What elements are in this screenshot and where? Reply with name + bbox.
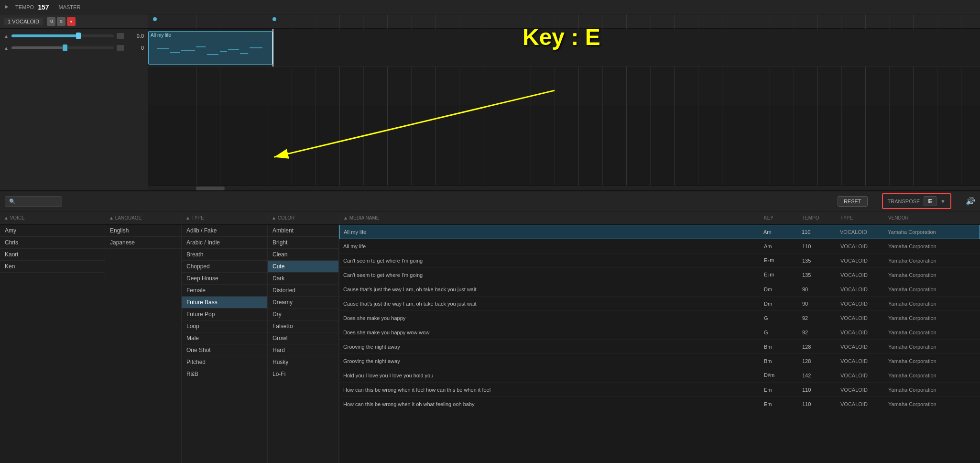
voice-col-header[interactable]: ▲ VOICE [0, 215, 105, 220]
media-cell-vendor-11: Yamaha Corporation [884, 387, 980, 393]
pan-thumb[interactable] [63, 44, 67, 51]
color-item-6[interactable]: Dreamy [268, 297, 338, 309]
transpose-dropdown-arrow[interactable]: ▼ [940, 198, 946, 204]
media-cell-name-3: Can't seem to get where I'm going [339, 272, 760, 278]
solo-button[interactable]: S [57, 17, 65, 26]
color-item-11[interactable]: Husky [268, 356, 338, 368]
color-item-12[interactable]: Lo-Fi [268, 368, 338, 380]
pan-value: 0 [127, 45, 144, 51]
media-cell-key-2: E♭m [760, 257, 798, 264]
media-row-8[interactable]: Grooving the night away Bm 128 VOCALOID … [339, 340, 980, 354]
color-item-8[interactable]: Falsetto [268, 320, 338, 332]
language-item-japanese[interactable]: Japanese [105, 237, 181, 249]
type-item-5[interactable]: Female [182, 285, 267, 297]
type-item-12[interactable]: R&B [182, 368, 267, 380]
media-cell-key-10: D♯m [760, 372, 798, 378]
type-item-1[interactable]: Arabic / Indie [182, 237, 267, 249]
media-row-4[interactable]: Cause that's just the way I am, oh take … [339, 282, 980, 297]
color-item-7[interactable]: Dry [268, 309, 338, 320]
voice-item-chris[interactable]: Chris [0, 237, 105, 249]
color-item-2[interactable]: Clean [268, 249, 338, 261]
type-item-9[interactable]: Male [182, 332, 267, 344]
media-cell-vendor-9: Yamaha Corporation [884, 358, 980, 364]
media-tempo-header[interactable]: TEMPO [798, 215, 837, 220]
fader-fill [11, 34, 78, 37]
media-cell-name-8: Grooving the night away [339, 344, 760, 350]
language-item-english[interactable]: English [105, 225, 181, 237]
media-row-0[interactable]: All my life Am 110 VOCALOID Yamaha Corpo… [339, 225, 980, 239]
fader-thumb[interactable] [76, 33, 81, 39]
type-item-0[interactable]: Adlib / Fake [182, 225, 267, 237]
volume-value: 0.0 [127, 33, 144, 39]
media-cell-type-9: VOCALOID [837, 358, 884, 364]
mini-note [228, 49, 239, 50]
language-col-header[interactable]: ▲ LANGUAGE [105, 215, 182, 220]
mute-button[interactable]: M [47, 17, 55, 26]
media-key-header[interactable]: KEY [760, 215, 798, 220]
media-type-header[interactable]: TYPE [837, 215, 884, 220]
media-cell-vendor-4: Yamaha Corporation [884, 287, 980, 292]
transpose-value[interactable]: E [924, 196, 936, 206]
search-input[interactable] [5, 196, 62, 207]
color-col-header[interactable]: ▲ COLOR [268, 215, 339, 220]
color-item-9[interactable]: Growl [268, 332, 338, 344]
type-item-11[interactable]: Pitched [182, 356, 267, 368]
media-row-6[interactable]: Does she make you happy G 92 VOCALOID Ya… [339, 311, 980, 325]
color-item-1[interactable]: Bright [268, 237, 338, 249]
h-scrollbar-thumb[interactable] [196, 187, 225, 190]
color-item-10[interactable]: Hard [268, 344, 338, 356]
mini-note [240, 53, 248, 54]
media-row-10[interactable]: Hold you I love you I love you hold you … [339, 368, 980, 383]
h-scrollbar[interactable] [148, 186, 980, 190]
voice-item-ken[interactable]: Ken [0, 261, 105, 273]
media-panel: ▲ MEDIA NAME KEY TEMPO TYPE VENDOR All m… [339, 211, 980, 463]
media-name-header[interactable]: ▲ MEDIA NAME [339, 215, 760, 220]
reset-button[interactable]: RESET [838, 196, 868, 207]
type-item-6[interactable]: Future Bass [182, 297, 267, 309]
track-row-2[interactable] [148, 67, 980, 105]
pan-fader[interactable] [11, 46, 114, 49]
play-icon[interactable]: ▶ [5, 4, 11, 11]
media-cell-type-4: VOCALOID [837, 287, 884, 292]
type-item-8[interactable]: Loop [182, 320, 267, 332]
media-vendor-header[interactable]: VENDOR [884, 215, 980, 220]
media-row-1[interactable]: All my life Am 110 VOCALOID Yamaha Corpo… [339, 239, 980, 254]
record-button[interactable]: ● [67, 17, 76, 26]
media-row-5[interactable]: Cause that's just the way I am, oh take … [339, 297, 980, 311]
type-item-2[interactable]: Breath [182, 249, 267, 261]
voice-item-amy[interactable]: Amy [0, 225, 105, 237]
type-item-10[interactable]: One Shot [182, 344, 267, 356]
type-col-header[interactable]: ▲ TYPE [182, 215, 268, 220]
media-cell-tempo-6: 92 [798, 315, 837, 321]
media-row-2[interactable]: Can't seem to get where I'm going E♭m 13… [339, 254, 980, 268]
type-item-4[interactable]: Deep House [182, 273, 267, 285]
midi-block[interactable]: All my life [148, 31, 272, 65]
color-item-0[interactable]: Ambient [268, 225, 338, 237]
color-item-3[interactable]: Cute [268, 261, 338, 273]
type-item-7[interactable]: Future Pop [182, 309, 267, 320]
voice-header-label: ▲ VOICE [4, 215, 25, 220]
type-item-3[interactable]: Chopped [182, 261, 267, 273]
ruler-marker-1 [153, 17, 157, 21]
voice-item-kaori[interactable]: Kaori [0, 249, 105, 261]
media-cell-tempo-12: 110 [798, 401, 837, 407]
volume-caret: ▲ [4, 33, 9, 39]
color-item-4[interactable]: Dark [268, 273, 338, 285]
volume-fader[interactable] [11, 34, 114, 37]
language-list: English Japanese [105, 225, 182, 463]
pan-row: ▲ 0 [4, 43, 144, 53]
media-cell-key-5: Dm [760, 301, 798, 307]
color-item-5[interactable]: Distorted [268, 285, 338, 297]
media-cell-tempo-2: 135 [798, 258, 837, 264]
media-row-11[interactable]: How can this be wrong when it feel how c… [339, 383, 980, 397]
media-row-7[interactable]: Does she make you happy wow wow G 92 VOC… [339, 325, 980, 340]
media-cell-name-0: All my life [340, 229, 760, 235]
media-cell-key-9: Bm [760, 358, 798, 364]
media-row-3[interactable]: Can't seem to get where I'm going E♭m 13… [339, 268, 980, 282]
media-row-9[interactable]: Grooving the night away Bm 128 VOCALOID … [339, 354, 980, 368]
mini-note [250, 47, 262, 48]
daw-main: 1 VOCALOID M S ● ▲ 0.0 ▲ [0, 14, 980, 190]
audio-icon[interactable]: 🔊 [966, 197, 975, 206]
media-row-12[interactable]: How can this be wrong when it oh what fe… [339, 397, 980, 411]
timeline-area: Key : E [148, 14, 980, 190]
